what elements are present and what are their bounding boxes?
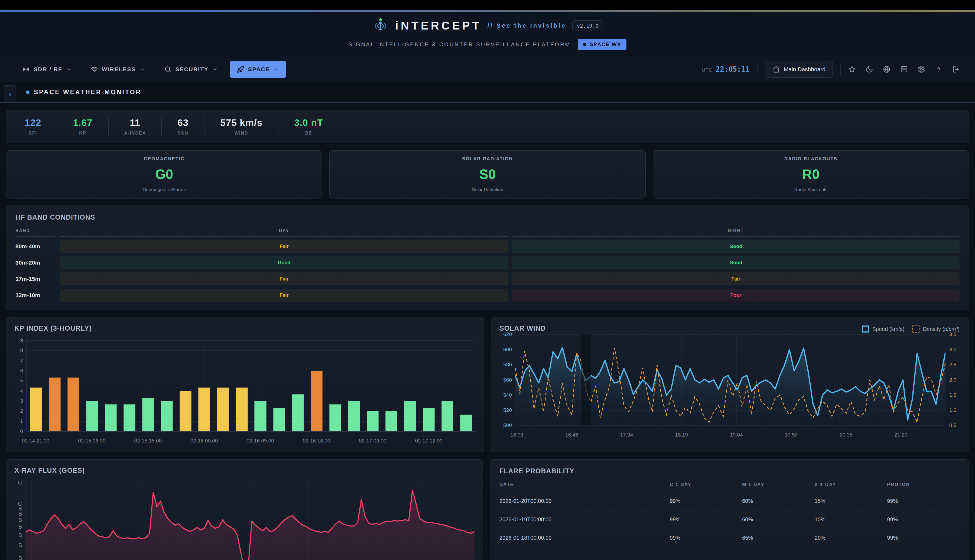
kp-bar-slot	[120, 340, 139, 432]
utc-label: UTC	[702, 67, 713, 73]
table-cell: 99%	[670, 517, 742, 523]
nav-item-wireless[interactable]: WIRELESS	[83, 61, 152, 78]
kp-bar[interactable]	[198, 388, 210, 432]
hf-day-condition: Fair	[60, 272, 508, 285]
stat-label: KP	[79, 131, 86, 136]
nav-item-space[interactable]: SPACE	[230, 61, 286, 78]
nav-item-security[interactable]: SECURITY	[157, 61, 225, 78]
y-tick-label: 5	[20, 378, 23, 384]
x-tick-label: 02-16 18:00	[303, 438, 330, 444]
xray-y-axis: CCBBBBBBBB	[14, 483, 25, 560]
search-icon	[164, 65, 172, 73]
x-tick-label: 19:04	[730, 432, 743, 438]
kp-bar[interactable]	[442, 401, 453, 432]
stat-label: WIND	[235, 131, 248, 136]
kp-bar[interactable]	[49, 377, 61, 432]
space-wx-badge[interactable]: SPACE WX	[578, 39, 627, 50]
kp-bar[interactable]	[236, 388, 248, 432]
table-row[interactable]: 2026-01-19T00:00:0099%60%10%99%	[499, 510, 960, 529]
kp-bar-slot	[420, 340, 438, 432]
version-badge: v2.19.0	[572, 20, 603, 31]
kp-bar[interactable]	[385, 411, 397, 432]
server-stack-icon[interactable]	[900, 65, 908, 73]
kp-bar[interactable]	[105, 404, 117, 432]
sidebar-expand-button[interactable]: ›	[4, 85, 16, 103]
x-tick-label: 21:20	[895, 432, 908, 438]
kp-bar[interactable]	[123, 404, 135, 432]
x-tick-label: 18:19	[675, 432, 688, 438]
kp-bar-slot	[232, 340, 251, 432]
kp-bar-slot	[251, 340, 270, 432]
xray-flux-panel: X-RAY FLUX (GOES) CCBBBBBBBB 22:0201:020…	[6, 459, 483, 560]
table-row[interactable]: 2026-01-18T00:00:0099%65%20%99%	[499, 529, 960, 547]
y-left-tick-label: 540	[503, 392, 512, 398]
flare-probability-table: DATEC 1-DAYM 1-DAYX 1-DAYPROTON2026-01-2…	[499, 482, 960, 547]
stat-kp: 1.67 KP	[57, 117, 108, 136]
kp-bar[interactable]	[348, 401, 360, 432]
solar-wind-x-axis: 16:0316:4817:3418:1919:0419:5020:3521:20	[515, 425, 945, 441]
nav-item-sdr-rf[interactable]: SDR / RF	[15, 61, 78, 78]
kp-bar[interactable]	[86, 401, 98, 432]
stat-sfi: 122 SFI	[9, 117, 57, 136]
kp-bar-chart[interactable]	[26, 340, 476, 432]
table-row[interactable]: 2026-01-20T00:00:0099%60%15%99%	[499, 492, 960, 510]
nav-menu: SDR / RF WIRELESS SECURITY SPACE	[15, 61, 286, 78]
kp-bar-slot	[139, 340, 158, 432]
kp-bar-slot	[401, 340, 420, 432]
solar-wind-chart[interactable]	[515, 335, 945, 425]
status-card-radio-blackouts: RADIO BLACKOUTS R0 Radio Blackouts	[653, 150, 969, 198]
section-header-bar: › SPACE WEATHER MONITOR	[0, 82, 975, 103]
kp-bar[interactable]	[404, 401, 416, 432]
kp-bar[interactable]	[423, 408, 435, 432]
kp-bar[interactable]	[67, 377, 79, 432]
kp-bar[interactable]	[161, 401, 173, 432]
kp-bar[interactable]	[254, 401, 266, 432]
x-tick-label: 17:34	[620, 432, 633, 438]
card-subtitle: Geomagnetic Storms	[142, 187, 186, 193]
hf-conditions-table: BAND DAY NIGHT80m-40mFairGood30m-20mGood…	[15, 228, 960, 302]
globe-icon[interactable]	[883, 65, 890, 73]
chevron-down-icon	[274, 67, 279, 72]
logout-icon[interactable]	[952, 65, 960, 73]
kp-bar[interactable]	[311, 371, 323, 432]
table-cell: 99%	[887, 535, 960, 541]
section-title: SPACE WEATHER MONITOR	[34, 88, 142, 96]
kp-bar[interactable]	[460, 415, 472, 432]
kp-bar[interactable]	[142, 398, 154, 432]
kp-bar[interactable]	[217, 388, 229, 432]
y-right-tick-label: 3.0	[949, 347, 956, 353]
stat-bz: 3.0 nT BZ	[278, 117, 339, 136]
y-right-tick-label: 3.5	[949, 332, 956, 337]
nav-item-label: SECURITY	[175, 66, 208, 73]
hf-band-label: 30m-20m	[15, 259, 56, 266]
y-tick-label: C	[18, 480, 22, 486]
xray-area-chart[interactable]	[25, 483, 475, 560]
table-cell: 99%	[670, 535, 742, 541]
solar-stats-strip: 122 SFI1.67 KP11 A-INDEX63 SSN575 km/s W…	[6, 110, 969, 143]
kp-bar-slot	[270, 340, 288, 432]
moon-icon[interactable]	[866, 65, 873, 73]
flare-col-header: X 1-DAY	[815, 482, 887, 487]
chevron-down-icon	[140, 67, 145, 72]
stat-label: SSN	[178, 131, 188, 136]
hf-col-night: NIGHT	[512, 228, 960, 237]
data-gap-band	[581, 335, 591, 425]
settings-gear-icon[interactable]	[918, 65, 925, 73]
star-icon[interactable]	[848, 65, 856, 73]
kp-bar[interactable]	[292, 394, 304, 432]
kp-x-axis: 02-14 21:0002-15 06:0002-15 15:0002-16 0…	[26, 432, 476, 447]
y-left-tick-label: 520	[503, 407, 512, 413]
kp-bar[interactable]	[273, 408, 285, 432]
table-cell: 65%	[742, 535, 815, 541]
card-title: SOLAR RADIATION	[462, 156, 513, 162]
help-icon[interactable]	[935, 65, 942, 73]
nav-item-label: SDR / RF	[33, 66, 62, 73]
kp-bar[interactable]	[367, 411, 378, 432]
x-tick-label: 02-16 09:00	[247, 438, 274, 444]
nav-item-label: WIRELESS	[102, 66, 136, 73]
kp-bar[interactable]	[30, 388, 42, 432]
kp-bar[interactable]	[180, 391, 192, 432]
nav-item-label: SPACE	[248, 66, 270, 73]
main-dashboard-button[interactable]: Main Dashboard	[765, 61, 833, 78]
kp-bar[interactable]	[329, 404, 341, 432]
